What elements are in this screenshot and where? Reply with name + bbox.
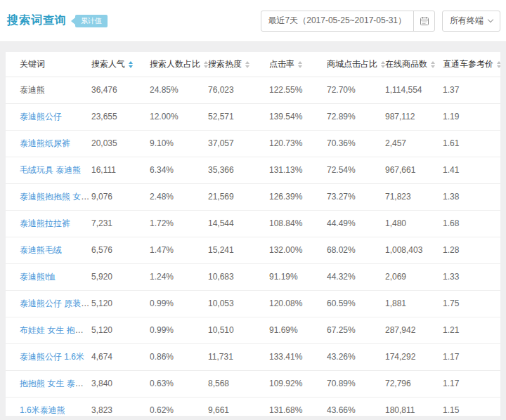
calendar-icon[interactable]: [413, 11, 434, 31]
cell-ctr: 126.39%: [269, 183, 327, 210]
cell-searcher_ratio: 0.63%: [150, 370, 208, 397]
keyword-link[interactable]: 抱抱熊 女生 泰迪熊 送...: [20, 379, 91, 388]
cell-ctr: 120.73%: [269, 130, 327, 157]
search-terms-table: 关键词搜索人气搜索人数占比搜索热度点击率商城点击占比在线商品数直通车参考价 泰迪…: [6, 52, 500, 416]
table-row: 1.6米泰迪熊3,8230.62%9,661131.68%43.66%180,8…: [6, 397, 500, 416]
table-row: 泰迪熊抱抱熊 女生 送...9,0762.48%21,569126.39%73.…: [6, 183, 500, 210]
calendar-glyph: [420, 16, 429, 26]
table-row: 毛绒玩具 泰迪熊16,1116.34%35,366131.13%72.54%96…: [6, 157, 500, 183]
column-header-searcher_ratio[interactable]: 搜索人数占比: [150, 52, 208, 77]
cell-ctr: 120.08%: [269, 290, 327, 317]
cell-ppc_ref_price: 1.28: [443, 237, 500, 263]
cell-search_heat: 15,241: [208, 237, 269, 263]
keyword-link[interactable]: 泰迪熊纸尿裤: [20, 138, 70, 148]
cell-search_heat: 52,571: [208, 103, 269, 130]
date-range-text[interactable]: 最近7天（2017-05-25~2017-05-31）: [261, 15, 413, 27]
keyword-link[interactable]: 泰迪熊公仔 1.6米: [20, 352, 84, 362]
cell-search_popularity: 3,840: [91, 370, 150, 397]
cell-ctr: 122.55%: [269, 77, 327, 103]
keyword-link[interactable]: 毛绒玩具 泰迪熊: [20, 165, 81, 175]
keyword-link[interactable]: 泰迪熊公仔: [20, 112, 62, 122]
cell-search_popularity: 23,655: [91, 103, 150, 130]
column-header-ctr[interactable]: 点击率: [269, 52, 327, 77]
cell-search_popularity: 20,035: [91, 130, 150, 157]
cell-mall_click_ratio: 44.32%: [327, 263, 385, 290]
sort-carets-icon[interactable]: [129, 61, 133, 68]
cell-ppc_ref_price: 1.61: [443, 130, 500, 157]
cell-search_popularity: 5,920: [91, 263, 150, 290]
column-header-mall_click_ratio[interactable]: 商城点击占比: [327, 52, 385, 77]
keyword-cell: 1.6米泰迪熊: [6, 397, 91, 416]
keyword-link[interactable]: 泰迪熊抱抱熊 女生 送...: [20, 192, 91, 202]
terminal-selector-label: 所有终端: [450, 15, 484, 27]
table-row: 泰迪熊毛绒6,5761.47%15,241132.00%68.02%1,008,…: [6, 237, 500, 263]
table-row: 抱抱熊 女生 泰迪熊 送...3,8400.63%8,568109.92%70.…: [6, 370, 500, 397]
column-label: 搜索热度: [208, 59, 242, 69]
cell-search_heat: 37,057: [208, 130, 269, 157]
terminal-selector[interactable]: 所有终端: [442, 11, 500, 32]
table-row: 泰迪熊t恤5,9201.24%10,68391.19%44.32%2,0691.…: [6, 263, 500, 290]
cell-search_popularity: 36,476: [91, 77, 150, 103]
cell-search_popularity: 4,674: [91, 343, 150, 370]
cell-ppc_ref_price: 1.38: [443, 183, 500, 210]
cell-online_products: 967,661: [385, 157, 443, 183]
chevron-down-icon: [488, 17, 493, 22]
keyword-cell: 泰迪熊纸尿裤: [6, 130, 91, 157]
keyword-link[interactable]: 泰迪熊拉拉裤: [20, 218, 70, 228]
sort-carets-icon[interactable]: [298, 61, 302, 68]
cell-ctr: 91.19%: [269, 263, 327, 290]
sort-carets-icon[interactable]: [497, 61, 500, 68]
keyword-cell: 泰迪熊公仔: [6, 103, 91, 130]
cell-mall_click_ratio: 73.27%: [327, 183, 385, 210]
cell-ctr: 91.69%: [269, 317, 327, 343]
page-header: 搜索词查询 累计值 最近7天（2017-05-25~2017-05-31） 所有…: [0, 0, 506, 42]
cell-search_popularity: 7,231: [91, 210, 150, 237]
cell-ppc_ref_price: 1.15: [443, 397, 500, 416]
cell-searcher_ratio: 0.86%: [150, 343, 208, 370]
table-header-row: 关键词搜索人气搜索人数占比搜索热度点击率商城点击占比在线商品数直通车参考价: [6, 52, 500, 77]
title-group: 搜索词查询 累计值: [7, 13, 108, 28]
cell-ppc_ref_price: 1.17: [443, 370, 500, 397]
column-header-search_heat[interactable]: 搜索热度: [208, 52, 269, 77]
date-range-picker[interactable]: 最近7天（2017-05-25~2017-05-31）: [261, 11, 435, 32]
cell-ppc_ref_price: 1.75: [443, 290, 500, 317]
cell-search_heat: 8,568: [208, 370, 269, 397]
badge-label: 累计值: [75, 15, 108, 27]
cell-mall_click_ratio: 67.25%: [327, 317, 385, 343]
cell-online_products: 72,796: [385, 370, 443, 397]
cell-search_heat: 10,683: [208, 263, 269, 290]
keyword-link[interactable]: 布娃娃 女生 抱抱熊 泰...: [20, 325, 91, 335]
cell-mall_click_ratio: 44.49%: [327, 210, 385, 237]
cell-ctr: 133.41%: [269, 343, 327, 370]
cell-search_heat: 21,569: [208, 183, 269, 210]
keyword-link[interactable]: 泰迪熊公仔 原装正版: [20, 298, 91, 308]
keyword-cell: 抱抱熊 女生 泰迪熊 送...: [6, 370, 91, 397]
cell-search_heat: 35,366: [208, 157, 269, 183]
column-header-ppc_ref_price[interactable]: 直通车参考价: [443, 52, 500, 77]
column-header-online_products[interactable]: 在线商品数: [385, 52, 443, 77]
cell-online_products: 2,069: [385, 263, 443, 290]
table-row: 泰迪熊纸尿裤20,0359.10%37,057120.73%70.36%2,45…: [6, 130, 500, 157]
cell-ctr: 131.68%: [269, 397, 327, 416]
cell-searcher_ratio: 1.24%: [150, 263, 208, 290]
cell-online_products: 180,811: [385, 397, 443, 416]
keyword-cell: 泰迪熊t恤: [6, 263, 91, 290]
keyword-text: 泰迪熊: [20, 85, 45, 95]
sort-carets-icon[interactable]: [431, 61, 435, 68]
cell-search_heat: 76,023: [208, 77, 269, 103]
cell-mall_click_ratio: 43.26%: [327, 343, 385, 370]
table-row: 泰迪熊36,47624.85%76,023122.55%72.70%1,114,…: [6, 77, 500, 103]
cell-mall_click_ratio: 60.59%: [327, 290, 385, 317]
cell-searcher_ratio: 6.34%: [150, 157, 208, 183]
cell-searcher_ratio: 0.99%: [150, 317, 208, 343]
keyword-link[interactable]: 泰迪熊毛绒: [20, 245, 62, 255]
sort-carets-icon[interactable]: [245, 61, 249, 68]
keyword-cell: 泰迪熊拉拉裤: [6, 210, 91, 237]
cell-ctr: 132.00%: [269, 237, 327, 263]
cell-mall_click_ratio: 72.70%: [327, 77, 385, 103]
keyword-link[interactable]: 1.6米泰迪熊: [20, 405, 65, 415]
cell-ppc_ref_price: 1.19: [443, 103, 500, 130]
table-row: 泰迪熊拉拉裤7,2311.72%14,544108.84%44.49%1,480…: [6, 210, 500, 237]
column-header-search_popularity[interactable]: 搜索人气: [91, 52, 150, 77]
keyword-link[interactable]: 泰迪熊t恤: [20, 272, 56, 282]
